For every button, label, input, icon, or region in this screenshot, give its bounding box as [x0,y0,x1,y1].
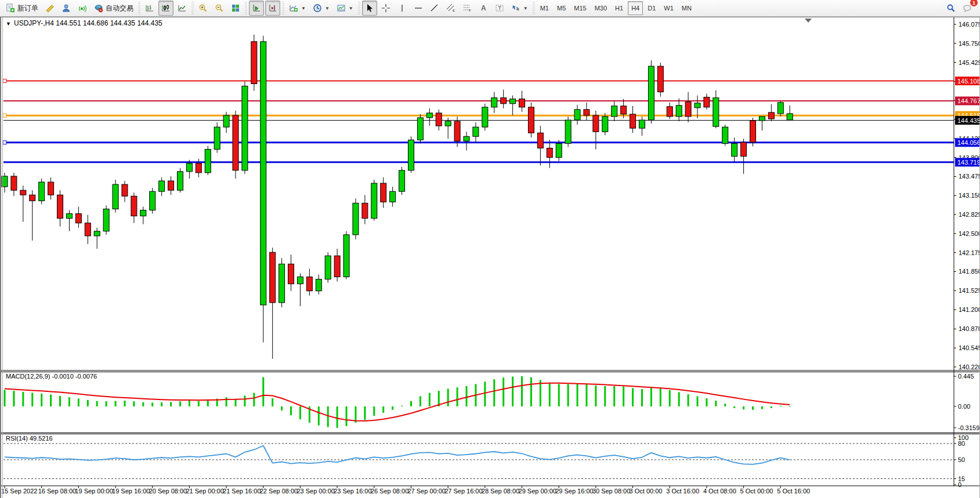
dropdown-caret-icon: ▼ [325,6,330,11]
timeframe-button-M5[interactable]: M5 [554,1,569,15]
text-button[interactable]: A [476,1,491,16]
macd-histogram-bar [577,384,578,406]
templates-button[interactable]: ▼ [334,1,356,16]
autoscroll-button[interactable] [249,1,264,16]
macd-histogram-bar [262,377,264,406]
chart-title-text: USDJPY-,H4 144.551 144.686 144.435 144.4… [14,19,162,27]
macd-histogram-bar [641,389,643,406]
vline-button[interactable] [395,1,410,16]
candle-body [214,127,220,149]
timeframe-button-MN[interactable]: MN [678,1,695,15]
search-button[interactable] [943,1,959,16]
price-axis-label: 143.150 [959,192,980,199]
cursor-button[interactable] [362,1,377,16]
candle-body [556,143,562,157]
macd-histogram-bar [198,401,200,406]
line-chart-button[interactable] [175,1,190,16]
timeframe-button-M15[interactable]: M15 [570,1,590,15]
candle-body [11,176,17,190]
zoom-in-button[interactable] [196,1,211,16]
timeframe-button-H4[interactable]: H4 [628,1,643,15]
fibonacci-button[interactable]: F [460,1,475,16]
line-anchor-handle[interactable] [3,79,6,83]
candle-body [233,115,238,170]
candle-body [103,209,109,231]
timeframe-button-W1[interactable]: W1 [660,1,677,15]
trendline-button[interactable] [427,1,442,16]
clock-icon [313,3,322,13]
arrows-tool-button[interactable]: ▼ [508,1,531,16]
macd-histogram-bar [447,389,449,406]
macd-histogram-bar [697,396,699,406]
market-button[interactable] [42,1,57,16]
community-button[interactable] [59,1,74,16]
candle-body [510,99,516,104]
candle-body [528,107,534,133]
macd-histogram-bar [484,381,486,406]
macd-histogram-bar [650,387,652,406]
macd-histogram-bar [493,379,495,406]
vertical-line-icon [397,3,407,13]
chart-shift-button[interactable] [265,1,280,16]
periods-button[interactable]: ▼ [310,1,332,16]
candle-body [150,191,156,210]
candles-chart-button[interactable] [158,1,173,16]
candle-body [454,121,460,141]
candle-body [399,170,405,191]
template-icon [337,3,346,13]
price-axis-label: 140.220 [959,363,980,370]
toolbar-grip [138,2,140,14]
chart-canvas[interactable]: ▼USDJPY-,H4 144.551 144.686 144.435 144.… [0,17,980,498]
tile-windows-button[interactable] [228,1,243,16]
candle-body [325,256,331,279]
channel-button[interactable]: E [443,1,458,16]
macd-histogram-bar [502,377,504,406]
time-axis-label: 26 Sep 08:00 [371,488,408,495]
rsi-axis-label: 50 [958,456,965,463]
new-order-button[interactable]: 新订单 [3,1,41,16]
timeframe-button-H1[interactable]: H1 [612,1,627,15]
bars-chart-button[interactable] [142,1,157,16]
hline-button[interactable] [411,1,426,16]
timeframe-button-M1[interactable]: M1 [537,1,552,15]
macd-histogram-bar [512,377,513,406]
indicators-button[interactable]: ▼ [286,1,309,16]
zoom-out-button[interactable] [212,1,227,16]
candle-body [186,163,192,172]
candle-body [196,163,201,173]
macd-histogram-bar [41,394,42,406]
notifications-button[interactable]: 1 [960,1,975,16]
zoom-out-icon [215,3,224,13]
timeframe-button-M30[interactable]: M30 [591,1,610,15]
timeframe-button-D1[interactable]: D1 [644,1,659,15]
time-axis-label: 19 Sep 00:00 [75,488,113,495]
candle-body [676,106,682,117]
time-axis-label: 23 Sep 00:00 [296,488,334,495]
candle-body [205,150,211,173]
candle-body [408,140,414,170]
macd-histogram-bar [429,393,431,406]
macd-histogram-bar [392,406,393,410]
macd-histogram-bar [50,395,52,406]
candle-body [713,98,719,126]
dropdown-caret-icon: ▼ [301,6,306,11]
signals-button[interactable] [75,1,90,16]
candle-body [242,86,248,170]
candle-body [316,279,321,291]
autotrading-button[interactable]: 自动交易 [91,1,136,16]
macd-histogram-bar [235,399,237,406]
candle-body [501,98,507,104]
line-anchor-handle[interactable] [3,114,6,117]
autoscroll-icon [252,3,261,13]
text-label-button[interactable]: T [492,1,507,16]
time-axis-label: 22 Sep 08:00 [260,488,298,495]
candle-body [20,190,26,195]
macd-histogram-bar [558,384,560,406]
candle-body [343,235,349,277]
line-anchor-handle[interactable] [3,141,6,144]
window-border-left [0,17,1,498]
macd-histogram-bar [623,387,624,406]
time-axis[interactable]: 15 Sep 202216 Sep 08:0019 Sep 00:0019 Se… [1,486,810,495]
crosshair-button[interactable] [378,1,393,16]
macd-histogram-bar [318,406,320,426]
